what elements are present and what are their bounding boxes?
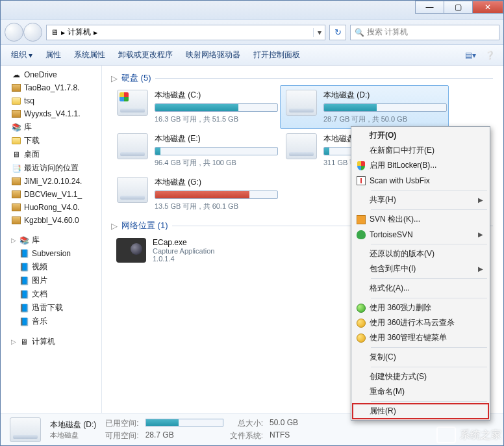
context-item[interactable]: 使用 360进行木马云查杀 bbox=[353, 315, 488, 330]
drive-item[interactable]: 本地磁盘 (D:)28.7 GB 可用 , 共 50.0 GB bbox=[280, 85, 449, 129]
sidebar-item[interactable]: 📚库 bbox=[2, 120, 101, 134]
archive-icon bbox=[11, 202, 21, 213]
back-button[interactable] bbox=[5, 23, 23, 42]
tortoise-icon bbox=[353, 230, 370, 239]
drive-item[interactable]: 本地磁盘 (C:)16.3 GB 可用 , 共 51.5 GB bbox=[111, 85, 280, 129]
sidebar-item[interactable]: 🖥桌面 bbox=[2, 148, 101, 161]
context-item[interactable]: 属性(R) bbox=[353, 404, 488, 419]
archive-icon bbox=[11, 83, 21, 93]
drive-item[interactable]: 本地磁盘 (E:)96.4 GB 可用 , 共 100 GB bbox=[111, 129, 280, 172]
context-item[interactable]: TortoiseSVN▶ bbox=[353, 227, 488, 242]
sidebar-lib-item[interactable]: 📘音乐 bbox=[2, 315, 101, 328]
sidebar-lib-item[interactable]: 📘图片 bbox=[2, 274, 101, 287]
submenu-arrow-icon: ▶ bbox=[478, 265, 483, 272]
mapdrive-btn[interactable]: 映射网络驱动器 bbox=[181, 47, 246, 63]
status-drive-icon bbox=[10, 417, 41, 442]
context-item-label: 还原以前的版本(V) bbox=[370, 248, 483, 259]
refresh-button[interactable]: ↻ bbox=[329, 25, 346, 40]
network-item[interactable]: ECap.exe Capture Application 1.0.1.4 bbox=[111, 233, 280, 268]
sidebar-item-label: tsq bbox=[24, 96, 34, 105]
context-separator bbox=[371, 401, 487, 402]
sidebar-item-label: Wyyxds_V4.1.1. bbox=[24, 109, 81, 118]
context-item[interactable]: SVN 检出(K)... bbox=[353, 212, 488, 227]
context-item-label: 在新窗口中打开(E) bbox=[370, 145, 483, 156]
context-separator bbox=[371, 278, 487, 279]
sidebar-lib-item[interactable]: 📘视频 bbox=[2, 260, 101, 274]
context-separator bbox=[371, 298, 487, 298]
sidebar-lib-item[interactable]: 📘文档 bbox=[2, 287, 101, 301]
minimize-button[interactable]: — bbox=[415, 1, 444, 14]
drives-group-header[interactable]: ▷硬盘 (5) bbox=[111, 68, 503, 85]
status-used-label: 已用空间: bbox=[105, 418, 138, 429]
search-input[interactable]: 🔍 搜索 计算机 bbox=[350, 25, 499, 40]
controlpanel-btn[interactable]: 打开控制面板 bbox=[248, 47, 305, 63]
address-dropdown[interactable]: ▾ bbox=[313, 28, 325, 37]
netloc-desc: Capture Application bbox=[153, 247, 214, 255]
archive-icon bbox=[11, 109, 21, 119]
close-button[interactable]: ✕ bbox=[472, 1, 503, 14]
sidebar-library-header[interactable]: ▷📚库 bbox=[2, 233, 101, 247]
sidebar-lib-item[interactable]: 📘Subversion bbox=[2, 247, 101, 260]
netloc-name: ECap.exe bbox=[153, 238, 214, 247]
properties-btn[interactable]: 属性 bbox=[40, 47, 66, 63]
context-item-label: SVN 检出(K)... bbox=[370, 214, 483, 225]
context-item[interactable]: 启用 BitLocker(B)... bbox=[353, 158, 488, 173]
uninstall-btn[interactable]: 卸载或更改程序 bbox=[113, 47, 178, 63]
context-item[interactable]: 使用 360强力删除 bbox=[353, 300, 488, 315]
status-name: 本地磁盘 (D:) bbox=[50, 419, 96, 430]
folder-icon bbox=[11, 96, 21, 106]
drive-item[interactable]: 本地磁盘 (G:)13.5 GB 可用 , 共 60.1 GB bbox=[111, 172, 280, 216]
context-item[interactable]: 创建快捷方式(S) bbox=[353, 369, 488, 384]
context-item-label: 使用 360进行木马云查杀 bbox=[370, 317, 483, 328]
svn-icon bbox=[353, 215, 370, 224]
context-item[interactable]: 打开(O) bbox=[353, 128, 488, 143]
sidebar-item[interactable]: 📑最近访问的位置 bbox=[2, 161, 101, 175]
context-item[interactable]: 复制(C) bbox=[353, 350, 488, 365]
sidebar-item[interactable]: Kgzbbl_V4.60.0 bbox=[2, 214, 101, 227]
drive-icon bbox=[286, 133, 317, 159]
context-item[interactable]: 共享(H)▶ bbox=[353, 192, 488, 207]
sidebar-lib-item[interactable]: 📘迅雷下载 bbox=[2, 301, 101, 315]
library-icon: 📚 bbox=[11, 122, 21, 133]
maximize-button[interactable]: ▢ bbox=[444, 1, 473, 14]
sidebar-item[interactable]: HuoRong_V4.0. bbox=[2, 201, 101, 214]
sidebar-item[interactable]: JiMi_V2.0.10.24. bbox=[2, 175, 101, 188]
context-item[interactable]: 格式化(A)... bbox=[353, 281, 488, 296]
sidebar-item-label: 桌面 bbox=[24, 149, 40, 160]
sidebar-item-label: 最近访问的位置 bbox=[24, 163, 79, 174]
breadcrumb: 计算机 bbox=[68, 27, 91, 38]
drive-icon bbox=[117, 90, 148, 116]
context-item[interactable]: Scan with UsbFix bbox=[353, 173, 488, 188]
context-item[interactable]: 重命名(M) bbox=[353, 384, 488, 399]
sidebar-item[interactable]: ☁OneDrive bbox=[2, 68, 101, 81]
library-item-icon: 📘 bbox=[19, 317, 29, 327]
forward-button[interactable] bbox=[23, 23, 42, 42]
search-icon: 🔍 bbox=[355, 28, 364, 37]
sidebar-computer[interactable]: ▷🖥计算机 bbox=[2, 335, 101, 348]
netloc-ver: 1.0.1.4 bbox=[153, 255, 214, 263]
status-total-val: 50.0 GB bbox=[270, 418, 298, 429]
sidebar-item[interactable]: DBCView_V1.1_ bbox=[2, 188, 101, 201]
library-item-icon: 📘 bbox=[19, 289, 29, 300]
organize-menu[interactable]: 组织 ▾ bbox=[6, 47, 38, 63]
sysprops-btn[interactable]: 系统属性 bbox=[69, 47, 110, 63]
sidebar-item-label: OneDrive bbox=[24, 70, 57, 79]
address-bar[interactable]: 🖥 ▸ 计算机 ▸ ▾ bbox=[46, 25, 325, 40]
help-button[interactable]: ❔ bbox=[481, 47, 498, 63]
drive-icon bbox=[117, 177, 148, 203]
library-item-icon: 📘 bbox=[19, 248, 29, 259]
yellow-ball-icon bbox=[353, 334, 370, 343]
sidebar-item[interactable]: tsq bbox=[2, 94, 101, 107]
library-item-icon: 📘 bbox=[19, 262, 29, 272]
sidebar-item[interactable]: 下载 bbox=[2, 134, 101, 148]
status-free-label: 可用空间: bbox=[105, 430, 138, 441]
sidebar-item[interactable]: Wyyxds_V4.1.1. bbox=[2, 107, 101, 120]
sidebar-item[interactable]: TaoBao_V1.7.8. bbox=[2, 81, 101, 94]
green-ball-icon bbox=[353, 304, 370, 313]
context-item[interactable]: 包含到库中(I)▶ bbox=[353, 261, 488, 276]
context-item[interactable]: 使用 360管理右键菜单 bbox=[353, 330, 488, 345]
context-item[interactable]: 在新窗口中打开(E) bbox=[353, 143, 488, 158]
view-mode-button[interactable]: ▤▾ bbox=[462, 47, 479, 63]
context-item[interactable]: 还原以前的版本(V) bbox=[353, 246, 488, 261]
desktop-icon: 🖥 bbox=[11, 150, 21, 160]
